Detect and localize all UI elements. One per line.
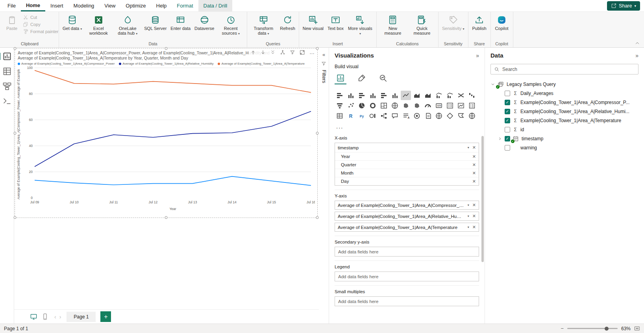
drill-mode-icon[interactable]: [280, 50, 285, 55]
format-painter-button[interactable]: Format painter: [21, 28, 57, 35]
menu-item-modeling[interactable]: Modeling: [68, 0, 100, 11]
visual-type-arcgis-map[interactable]: [434, 111, 444, 121]
copilot-button[interactable]: Copilot: [492, 13, 511, 32]
line-chart-visual[interactable]: … Average of Example|Cooling_Tower_1|Are…: [15, 48, 318, 218]
remove-field-button[interactable]: ✕: [472, 154, 476, 159]
visual-type-table[interactable]: [335, 111, 345, 121]
enter-data-button[interactable]: Enter data: [168, 13, 192, 32]
visual-type-stacked-bar-chart[interactable]: [335, 91, 345, 100]
chevron-right-icon[interactable]: [498, 136, 502, 141]
menu-item-data-drill[interactable]: Data / Drill: [198, 0, 233, 11]
field-pill-day[interactable]: Day✕: [335, 177, 479, 185]
fit-to-page-icon[interactable]: [634, 326, 640, 331]
field-pill-timestamp[interactable]: timestamp▾✕: [335, 143, 479, 152]
resize-handle[interactable]: [14, 216, 17, 219]
visual-type-key-influencers[interactable]: [368, 111, 378, 121]
field-pill-year[interactable]: Year✕: [335, 152, 479, 160]
more-visuals-button[interactable]: More visuals ▾: [346, 13, 375, 38]
visual-type-clustered-column-chart[interactable]: [368, 91, 378, 100]
field-checkbox[interactable]: [505, 127, 510, 132]
copy-button[interactable]: Copy: [21, 21, 57, 28]
field-checkbox[interactable]: [505, 145, 510, 151]
prev-page-button[interactable]: ‹: [54, 314, 56, 320]
tree-item-example-cooling-tower-1-area-a-relative-humi[interactable]: ✓ΣExample|Cooling_Tower_1|Area_A|Relativ…: [490, 107, 638, 116]
remove-field-button[interactable]: ✕: [472, 225, 476, 230]
drill-down-icon[interactable]: [260, 50, 266, 55]
new-page-button[interactable]: +: [100, 311, 111, 322]
remove-field-button[interactable]: ✕: [472, 214, 476, 219]
menu-item-optimize[interactable]: Optimize: [120, 0, 151, 11]
visual-type-filled-map[interactable]: [401, 101, 411, 110]
visual-type-stacked-area-chart[interactable]: [423, 91, 433, 100]
refresh-button[interactable]: Refresh: [278, 13, 297, 32]
cut-button[interactable]: Cut: [21, 14, 57, 20]
chevron-down-icon[interactable]: ▾: [468, 203, 469, 207]
resize-handle[interactable]: [316, 132, 319, 134]
visual-type-line-and-clustered-column-chart[interactable]: [445, 91, 455, 100]
visual-type-ribbon-chart[interactable]: [456, 91, 466, 100]
resize-handle[interactable]: [14, 47, 17, 50]
collapse-visualizations-button[interactable]: »: [476, 52, 479, 59]
menu-item-insert[interactable]: Insert: [45, 0, 68, 11]
resize-handle[interactable]: [165, 216, 168, 219]
table-view-button[interactable]: [2, 67, 12, 76]
visual-type-python-visual[interactable]: Py: [357, 111, 367, 121]
visual-type-card[interactable]: 123: [434, 101, 444, 110]
tree-item-legacy-samples-query[interactable]: ✓Legacy Samples Query: [490, 80, 638, 89]
field-pill-month[interactable]: Month✕: [335, 169, 479, 177]
desktop-layout-icon[interactable]: [30, 313, 37, 320]
menu-item-home[interactable]: Home: [21, 0, 45, 11]
tab-analytics[interactable]: [377, 73, 389, 84]
visual-type-pie-chart[interactable]: [357, 101, 367, 110]
field-checkbox[interactable]: ✓: [505, 109, 510, 114]
new-visual-button[interactable]: New visual: [301, 13, 326, 32]
visual-type-treemap[interactable]: [379, 101, 389, 110]
zoom-slider-thumb[interactable]: [605, 327, 609, 331]
remove-field-button[interactable]: ✕: [472, 162, 476, 167]
tree-item-timestamp[interactable]: ✓✓timestamp: [490, 134, 638, 143]
field-checkbox[interactable]: [505, 91, 510, 96]
collapse-data-button[interactable]: »: [635, 52, 638, 59]
field-checkbox[interactable]: ✓: [505, 118, 510, 123]
visual-type-waterfall-chart[interactable]: [467, 91, 477, 100]
resize-handle[interactable]: [316, 47, 319, 50]
onelake-data-hub-button[interactable]: OneLake data hub ▾: [113, 13, 142, 38]
add-data-fields-dropzone[interactable]: Add data fields here: [335, 272, 479, 281]
page-tab[interactable]: Page 1: [67, 312, 96, 322]
zoom-out-button[interactable]: −: [561, 326, 564, 331]
scrollbar-thumb[interactable]: [481, 136, 484, 262]
visual-type-100-stacked-bar-chart[interactable]: [379, 91, 389, 100]
paste-button[interactable]: Paste: [2, 13, 21, 32]
new-measure-button[interactable]: New measure: [378, 13, 407, 37]
visual-type-power-automate[interactable]: [456, 111, 466, 121]
report-canvas[interactable]: … Average of Example|Cooling_Tower_1|Are…: [14, 48, 319, 309]
visual-type-slicer[interactable]: [467, 101, 477, 110]
visual-type-funnel-chart[interactable]: [335, 101, 345, 110]
visual-type-line-chart[interactable]: [401, 91, 411, 100]
quick-measure-button[interactable]: Quick measure: [407, 13, 437, 37]
tree-item-warning[interactable]: warning: [490, 143, 638, 152]
get-data-button[interactable]: Get data ▾: [61, 13, 84, 33]
dax-query-view-button[interactable]: [2, 97, 12, 106]
visual-type-area-chart[interactable]: [412, 91, 422, 100]
menu-item-format[interactable]: Format: [172, 0, 198, 11]
tree-item-example-cooling-tower-1-area-a-temperature[interactable]: ✓ΣExample|Cooling_Tower_1|Area_A|Tempera…: [490, 116, 638, 125]
tab-format-visual[interactable]: [356, 73, 368, 84]
visual-type-metrics[interactable]: [412, 111, 422, 121]
next-page-button[interactable]: ›: [59, 314, 61, 320]
visual-type-100-stacked-column-chart[interactable]: [390, 91, 400, 100]
visual-type-q-and-a[interactable]: [390, 111, 400, 121]
sql-server-button[interactable]: SQL Server: [142, 13, 168, 32]
report-view-button[interactable]: [2, 52, 12, 61]
chevron-down-icon[interactable]: ▾: [468, 146, 469, 149]
mobile-layout-icon[interactable]: [41, 313, 49, 320]
remove-field-button[interactable]: ✕: [472, 203, 476, 208]
visual-type-stacked-column-chart[interactable]: [346, 91, 356, 100]
chevron-down-icon[interactable]: ▾: [468, 225, 469, 229]
add-data-fields-dropzone[interactable]: Add data fields here: [335, 296, 479, 306]
visual-type-power-apps[interactable]: [445, 111, 455, 121]
dataverse-button[interactable]: Dataverse: [192, 13, 216, 32]
more-options-icon[interactable]: …: [309, 50, 315, 54]
publish-button[interactable]: Publish: [470, 13, 489, 32]
share-button[interactable]: Share ▾: [607, 1, 640, 11]
